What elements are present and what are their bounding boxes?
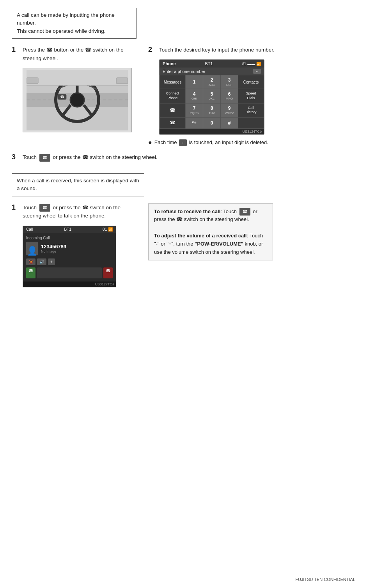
svg-text:☎: ☎ (60, 95, 64, 99)
call-title: Call (26, 227, 33, 232)
phone-input-bar: Enter a phone number ← (160, 68, 264, 75)
volume-btn: 🔊 (37, 258, 46, 265)
svg-rect-13 (116, 78, 128, 84)
caller-avatar: 👤 (26, 242, 38, 255)
phone-input-label: Enter a phone number (163, 69, 205, 74)
phone-icon-2: ☎ (85, 46, 91, 54)
key-2: 2ABC (203, 75, 220, 89)
mute-btn: 🔕 (26, 258, 35, 265)
phone-title: Phone (163, 61, 176, 66)
call-number-row: 👤 123456789 No Image (26, 242, 113, 255)
section2-press-icon: ☎ (82, 204, 89, 212)
key-0: 0 (203, 118, 220, 128)
step-3: 3 Touch ☎ or press the ☎ switch on the s… (12, 153, 355, 162)
bullet-note: ● Each time ← is touched, an input digit… (148, 139, 355, 146)
top-notice-box: A call can be made by inputting the phon… (12, 8, 137, 39)
bullet-note-text: Each time ← is touched, an input digit i… (154, 139, 268, 146)
steering-wheel-svg: ☎ (27, 70, 128, 130)
contacts-btn: Contacts (238, 75, 264, 89)
call-body: Incoming Call 👤 123456789 No Image 🔕 🔊 (23, 233, 116, 282)
key-hash: # (221, 118, 238, 128)
key-star: *+ (186, 118, 203, 128)
svg-point-4 (70, 93, 84, 107)
notice-text: A call can be made by inputting the phon… (17, 12, 115, 34)
call-history-btn: CallHistory (238, 103, 264, 117)
phone-status: #1 ▬▬ 📶 (242, 62, 261, 66)
call-ui-mockup: Call BT1 01 📶 Incoming Call 👤 123456789 … (23, 226, 116, 287)
answer-btn: ☎ (26, 267, 35, 278)
blank-side (238, 118, 264, 128)
call-bottom-controls: ☎ ☎ (26, 267, 113, 278)
end-call-btn: ☎ (160, 103, 185, 117)
bullet-dot: ● (148, 139, 152, 146)
key-4: 4GHI (186, 89, 203, 103)
incoming-call-label: Incoming Call (26, 236, 113, 240)
phone-caption: US3124TCb (160, 129, 264, 134)
touch-call-btn: ☎ (39, 154, 50, 162)
no-image-label: No Image (41, 249, 66, 253)
section2-step-1-number: 1 (12, 203, 23, 212)
call-controls: 🔕 🔊 + (26, 258, 113, 265)
phone-header: Phone BT1 #1 ▬▬ 📶 (160, 60, 264, 68)
key-6: 6MNO (221, 89, 238, 103)
phone-backspace-btn: ← (253, 69, 261, 74)
press-switch-icon: ☎ (82, 153, 89, 162)
steering-wheel-image: ☎ (23, 68, 132, 132)
section2-touch-btn: ☎ (39, 204, 50, 212)
call-header: Call BT1 01 📶 (23, 226, 116, 233)
step-1-number: 1 (12, 46, 23, 54)
key-1: 1 (186, 75, 203, 89)
section2-step-1-text: Touch ☎ or press the ☎ switch on the ste… (23, 203, 137, 220)
tip-volume-knob-bold: "POW-ER/VOLUME" (195, 241, 243, 247)
tip-refuse-bold: To refuse to receive the call (154, 208, 220, 214)
step-2: 2 Touch the desired key to input the pho… (148, 46, 355, 54)
step-3-text: Touch ☎ or press the ☎ switch on the ste… (23, 153, 355, 162)
reject-btn: ☎ (103, 267, 113, 278)
call-bt: BT1 (64, 227, 71, 232)
phone-icon-1: ☎ (46, 46, 53, 54)
caller-number: 123456789 (41, 244, 66, 249)
speed-dials-btn: SpeedDials (238, 89, 264, 103)
person-icon: 👤 (27, 247, 37, 255)
svg-rect-12 (27, 78, 38, 84)
step-2-text: Touch the desired key to input the phone… (159, 46, 355, 54)
tip-refuse: To refuse to receive the call: Touch ☎ o… (154, 208, 267, 224)
tip-refuse-btn: ☎ (239, 208, 250, 216)
phone-bt: BT1 (205, 61, 213, 66)
key-3: 3DEF (221, 75, 238, 89)
call-status: 01 📶 (103, 227, 113, 232)
key-5: 5JKL (203, 89, 220, 103)
key-8: 8TUV (203, 103, 220, 117)
messages-btn: Messages (160, 75, 185, 89)
step-3-number: 3 (12, 153, 23, 161)
phone-ui-mockup: Phone BT1 #1 ▬▬ 📶 Enter a phone number ←… (159, 59, 264, 134)
key-9: 9WXYZ (221, 103, 238, 117)
section2-step-1: 1 Touch ☎ or press the ☎ switch on the s… (12, 203, 137, 220)
tip-volume-bold: To adjust the volume of a received call (154, 233, 246, 239)
second-notice-text: When a call is received, this screen is … (17, 178, 139, 191)
tip-box: To refuse to receive the call: Touch ☎ o… (148, 203, 273, 261)
step-1-text: Press the ☎ button or the ☎ switch on th… (23, 46, 137, 62)
tip-refuse-icon: ☎ (176, 216, 183, 224)
step-2-number: 2 (148, 46, 159, 54)
confidential-text: FUJITSU TEN CONFIDENTIAL (295, 577, 355, 582)
svg-rect-10 (27, 70, 128, 86)
tip-volume: To adjust the volume of a received call:… (154, 232, 267, 256)
volume-plus-btn: + (48, 258, 55, 265)
call-caption: US3127TCa (23, 282, 116, 287)
step-1: 1 Press the ☎ button or the ☎ switch on … (12, 46, 137, 62)
call-btn: ☎ (160, 118, 185, 128)
backspace-inline-btn: ← (179, 139, 187, 146)
second-notice-box: When a call is received, this screen is … (12, 173, 144, 196)
key-7: 7PQRS (186, 103, 203, 117)
connect-phone-btn: ConnectPhone (160, 89, 185, 103)
